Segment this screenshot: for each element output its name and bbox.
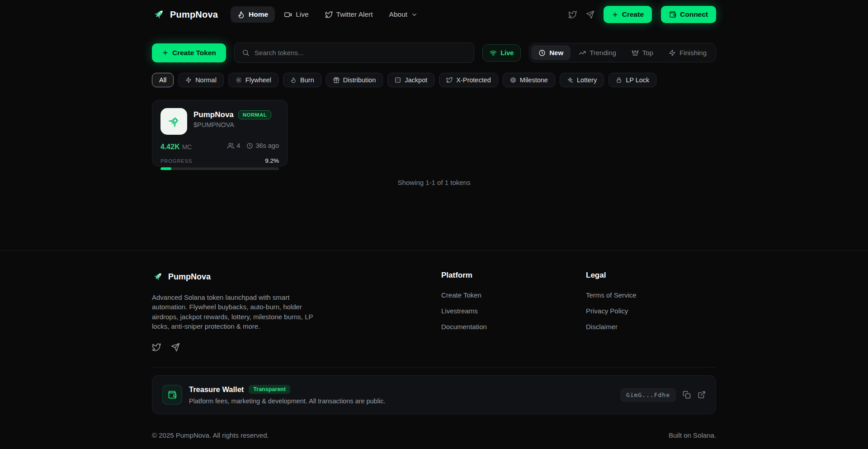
market-cap-value: 4.42K bbox=[160, 143, 180, 151]
treasure-wallet-card: Treasure Wallet Transparent Platform fee… bbox=[152, 375, 716, 414]
filter-burn[interactable]: Burn bbox=[283, 73, 321, 87]
search-input[interactable] bbox=[255, 49, 467, 57]
search-icon bbox=[242, 49, 250, 57]
twitter-icon[interactable] bbox=[568, 10, 577, 19]
video-icon bbox=[284, 11, 292, 19]
plus-icon bbox=[162, 49, 169, 56]
chip-label: Flywheel bbox=[245, 76, 271, 84]
footer-column-heading: Platform bbox=[441, 271, 586, 280]
zap-icon bbox=[669, 49, 676, 57]
live-toggle[interactable]: Live bbox=[482, 44, 521, 61]
footer-link-documentation[interactable]: Documentation bbox=[441, 323, 487, 331]
footer-brand-column: PumpNova Advanced Solana token launchpad… bbox=[152, 271, 441, 352]
holders-count: 4 bbox=[227, 142, 240, 149]
footer-brand-name: PumpNova bbox=[168, 272, 211, 282]
filter-jackpot[interactable]: Jackpot bbox=[387, 73, 434, 87]
footer-link-privacy[interactable]: Privacy Policy bbox=[586, 307, 628, 315]
wifi-icon bbox=[490, 49, 497, 57]
footer-legal-column: Legal Terms of Service Privacy Policy Di… bbox=[586, 271, 637, 352]
nav-item-about[interactable]: About bbox=[382, 6, 425, 23]
filter-x-protected[interactable]: X-Protected bbox=[439, 73, 498, 87]
connect-wallet-button[interactable]: Connect bbox=[661, 6, 716, 23]
chip-label: Lottery bbox=[577, 76, 597, 84]
tab-trending[interactable]: Trending bbox=[571, 45, 623, 60]
flame-icon bbox=[290, 77, 297, 83]
footer-description: Advanced Solana token launchpad with sma… bbox=[152, 293, 324, 331]
filter-lottery[interactable]: Lottery bbox=[560, 73, 604, 87]
token-avatar bbox=[160, 108, 187, 135]
nav-item-label: About bbox=[389, 10, 408, 19]
tab-new[interactable]: New bbox=[531, 45, 571, 60]
wallet-description: Platform fees, marketing & development. … bbox=[189, 397, 385, 405]
market-cap: 4.42KMC bbox=[160, 143, 192, 151]
chip-label: LP Lock bbox=[626, 76, 649, 84]
chip-label: Burn bbox=[300, 76, 314, 84]
market-cap-label: MC bbox=[182, 143, 192, 151]
twitter-icon[interactable] bbox=[152, 343, 161, 352]
main-content: Create Token Live New bbox=[152, 29, 716, 250]
rocket-icon bbox=[152, 271, 164, 283]
navbar: PumpNova Home Live Twitter Alert bbox=[0, 0, 868, 29]
filter-lp-lock[interactable]: LP Lock bbox=[609, 73, 656, 87]
footer-link-disclaimer[interactable]: Disclaimer bbox=[586, 323, 618, 331]
plus-icon bbox=[612, 11, 618, 18]
create-token-label: Create Token bbox=[172, 49, 216, 57]
wallet-icon bbox=[162, 385, 182, 405]
tab-top[interactable]: Top bbox=[624, 45, 660, 60]
wallet-title: Treasure Wallet bbox=[189, 385, 244, 394]
copyright-row: © 2025 PumpNova. All rights reserved. Bu… bbox=[152, 414, 716, 449]
clock-icon bbox=[246, 142, 253, 149]
filter-distribution[interactable]: Distribution bbox=[326, 73, 383, 87]
dice-icon bbox=[395, 77, 401, 83]
chip-label: X-Protected bbox=[456, 76, 491, 84]
zap-icon bbox=[185, 77, 192, 83]
nav-item-label: Live bbox=[296, 10, 308, 19]
footer-column-heading: Legal bbox=[586, 271, 637, 280]
tab-label: Top bbox=[642, 49, 653, 57]
wallet-address: GimG...Fdhe bbox=[620, 388, 676, 402]
copy-icon bbox=[683, 391, 691, 399]
copyright-text: © 2025 PumpNova. All rights reserved. bbox=[152, 431, 269, 439]
footer-link-terms[interactable]: Terms of Service bbox=[586, 291, 637, 299]
chip-label: Milestone bbox=[520, 76, 548, 84]
twitter-icon bbox=[446, 77, 453, 83]
nav-item-home[interactable]: Home bbox=[231, 6, 275, 23]
token-symbol: $PUMPNOVA bbox=[193, 121, 271, 128]
footer-link-create-token[interactable]: Create Token bbox=[441, 291, 481, 299]
nav-item-live[interactable]: Live bbox=[278, 6, 315, 23]
nav-item-label: Home bbox=[249, 10, 268, 19]
token-card-pumpnova[interactable]: PumpNova NORMAL $PUMPNOVA 4.42KMC 4 bbox=[152, 100, 288, 166]
results-summary: Showing 1-1 of 1 tokens bbox=[152, 179, 716, 186]
search-box bbox=[234, 43, 474, 63]
create-button[interactable]: Create bbox=[604, 6, 652, 23]
telegram-icon[interactable] bbox=[586, 10, 594, 19]
create-token-button[interactable]: Create Token bbox=[152, 43, 226, 62]
chip-label: Jackpot bbox=[405, 76, 427, 84]
brand-name: PumpNova bbox=[170, 9, 218, 20]
tab-label: New bbox=[549, 49, 563, 57]
wallet-icon bbox=[669, 11, 676, 18]
chip-label: Normal bbox=[195, 76, 217, 84]
flame-icon bbox=[237, 11, 245, 19]
sparkle-icon bbox=[567, 77, 573, 83]
users-icon bbox=[227, 142, 234, 149]
nav-item-twitter-alert[interactable]: Twitter Alert bbox=[318, 6, 380, 23]
chip-label: Distribution bbox=[343, 76, 376, 84]
filter-normal[interactable]: Normal bbox=[178, 73, 224, 87]
filter-flywheel[interactable]: Flywheel bbox=[228, 73, 278, 87]
live-toggle-label: Live bbox=[500, 49, 514, 57]
filter-milestone[interactable]: Milestone bbox=[503, 73, 555, 87]
rocket-icon bbox=[152, 8, 165, 21]
progress-bar-fill bbox=[160, 167, 171, 170]
built-on-text: Built on Solana. bbox=[669, 431, 716, 439]
telegram-icon[interactable] bbox=[171, 343, 180, 352]
open-explorer-button[interactable] bbox=[698, 391, 706, 399]
filter-all[interactable]: All bbox=[152, 73, 174, 87]
twitter-icon bbox=[325, 11, 333, 19]
nav-menu: Home Live Twitter Alert About bbox=[231, 6, 425, 23]
tab-finishing[interactable]: Finishing bbox=[661, 45, 714, 60]
transparent-badge: Transparent bbox=[249, 385, 290, 394]
footer-link-livestreams[interactable]: Livestreams bbox=[441, 307, 478, 315]
brand-logo[interactable]: PumpNova bbox=[152, 8, 218, 21]
copy-address-button[interactable] bbox=[683, 391, 691, 399]
